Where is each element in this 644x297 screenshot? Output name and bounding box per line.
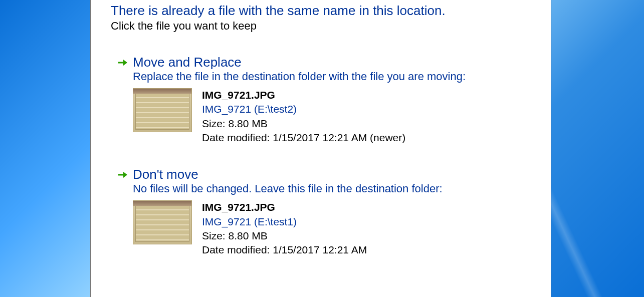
dialog-heading: There is already a file with the same na… <box>111 3 536 19</box>
option-title: Don't move <box>133 167 198 182</box>
file-date-modified: Date modified: 1/15/2017 12:21 AM <box>202 243 367 257</box>
file-size: Size: 8.80 MB <box>202 117 405 131</box>
file-name: IMG_9721.JPG <box>202 200 367 214</box>
option-title: Move and Replace <box>133 55 242 70</box>
option-description: Replace the file in the destination fold… <box>133 70 536 83</box>
file-info: IMG_9721.JPG IMG_9721 (E:\test1) Size: 8… <box>202 200 367 257</box>
file-date-modified: Date modified: 1/15/2017 12:21 AM (newer… <box>202 131 405 145</box>
file-name: IMG_9721.JPG <box>202 88 405 102</box>
svg-marker-1 <box>123 60 127 66</box>
option-header: Move and Replace <box>117 55 536 70</box>
dialog-subheading: Click the file you want to keep <box>111 20 536 33</box>
file-details: IMG_9721.JPG IMG_9721 (E:\test2) Size: 8… <box>133 88 536 145</box>
option-move-and-replace[interactable]: Move and Replace Replace the file in the… <box>117 55 536 145</box>
file-thumbnail <box>133 200 192 244</box>
svg-marker-3 <box>123 172 127 178</box>
arrow-right-icon <box>117 169 128 180</box>
file-size: Size: 8.80 MB <box>202 229 367 243</box>
file-location: IMG_9721 (E:\test2) <box>202 102 405 116</box>
option-header: Don't move <box>117 167 536 182</box>
file-conflict-dialog: There is already a file with the same na… <box>90 0 551 297</box>
file-details: IMG_9721.JPG IMG_9721 (E:\test1) Size: 8… <box>133 200 536 257</box>
option-description: No files will be changed. Leave this fil… <box>133 182 536 195</box>
file-info: IMG_9721.JPG IMG_9721 (E:\test2) Size: 8… <box>202 88 405 145</box>
arrow-right-icon <box>117 57 128 68</box>
file-thumbnail <box>133 88 192 132</box>
file-location: IMG_9721 (E:\test1) <box>202 215 367 229</box>
option-dont-move[interactable]: Don't move No files will be changed. Lea… <box>117 167 536 257</box>
